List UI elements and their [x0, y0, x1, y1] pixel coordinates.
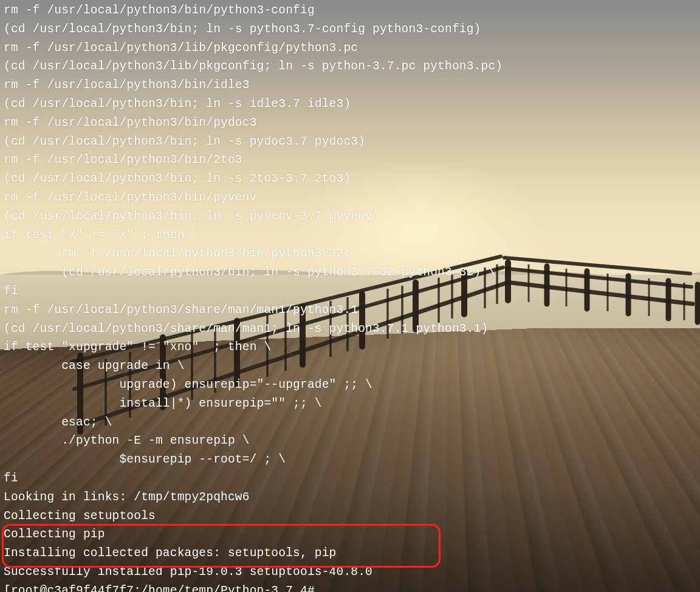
terminal-line: Looking in links: /tmp/tmpy2pqhcw6 [4, 488, 696, 507]
terminal-line: rm -f /usr/local/python3/bin/2to3 [4, 151, 696, 170]
terminal-line: if test "x" != "x" ; then \ [4, 226, 696, 245]
terminal-line: (cd /usr/local/python3/share/man/man1; l… [4, 320, 696, 339]
terminal-line: (cd /usr/local/python3/bin; ln -s python… [4, 20, 696, 39]
terminal-line: upgrade) ensurepip="--upgrade" ;; \ [4, 376, 696, 394]
terminal-prompt[interactable]: [root@c3af9f44f7f7:/home/temp/Python-3.7… [4, 582, 696, 592]
terminal-line: (cd /usr/local/python3/lib/pkgconfig; ln… [4, 57, 696, 76]
terminal-line: rm -f /usr/local/python3/bin/pyvenv [4, 188, 696, 207]
terminal-line: Collecting setuptools [4, 507, 696, 526]
terminal-line: case upgrade in \ [4, 357, 696, 376]
terminal-output[interactable]: rm -f /usr/local/python3/bin/python3-con… [0, 0, 700, 592]
terminal-line: (cd /usr/local/python3/bin; ln -s idle3.… [4, 95, 696, 114]
terminal-line: (cd /usr/local/python3/bin; ln -s 2to3-3… [4, 170, 696, 188]
terminal-line: ./python -E -m ensurepip \ [4, 432, 696, 450]
terminal-line: $ensurepip --root=/ ; \ [4, 450, 696, 469]
terminal-line: Collecting pip [4, 525, 696, 544]
terminal-line: rm -f /usr/local/python3/share/man/man1/… [4, 301, 696, 320]
terminal-line: (cd /usr/local/python3/bin; ln -s pyvenv… [4, 207, 696, 226]
terminal-line: if test "xupgrade" != "xno" ; then \ [4, 338, 696, 357]
terminal-line: fi [4, 282, 696, 301]
terminal-line: Successfully installed pip-19.0.3 setupt… [4, 563, 696, 582]
terminal-line: Installing collected packages: setuptool… [4, 544, 696, 563]
terminal-line: esac; \ [4, 413, 696, 432]
terminal-line: rm -f /usr/local/python3/bin/pydoc3 [4, 114, 696, 133]
terminal-line: rm -f /usr/local/python3/bin/python3-con… [4, 1, 696, 20]
terminal-line: (cd /usr/local/python3/bin; ln -s python… [4, 263, 696, 282]
terminal-line: rm -f /usr/local/python3/bin/python3-32;… [4, 244, 696, 263]
terminal-line: rm -f /usr/local/python3/bin/idle3 [4, 76, 696, 95]
terminal-line: rm -f /usr/local/python3/lib/pkgconfig/p… [4, 39, 696, 58]
terminal-line: (cd /usr/local/python3/bin; ln -s pydoc3… [4, 133, 696, 151]
terminal-line: install|*) ensurepip="" ;; \ [4, 394, 696, 413]
terminal-line: fi [4, 469, 696, 488]
